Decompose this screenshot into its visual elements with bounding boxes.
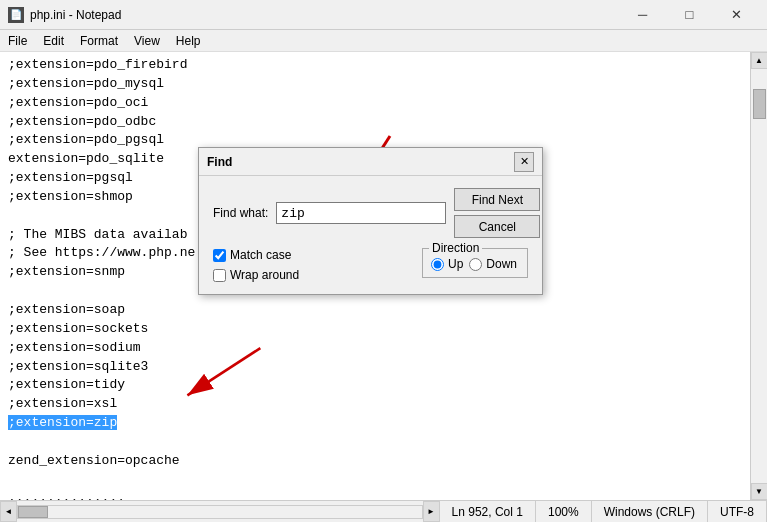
status-encoding: UTF-8	[708, 501, 767, 522]
scrollbar-h-thumb[interactable]	[18, 506, 48, 518]
vertical-scrollbar[interactable]: ▲ ▼	[750, 52, 767, 500]
direction-group: Direction Up Down	[422, 248, 528, 278]
wrap-around-label: Wrap around	[230, 268, 299, 282]
find-input[interactable]	[276, 202, 446, 224]
match-case-checkbox[interactable]	[213, 249, 226, 262]
scroll-right-arrow[interactable]: ►	[423, 501, 440, 522]
direction-up-row[interactable]: Up	[431, 257, 463, 271]
dialog-close-button[interactable]: ✕	[514, 152, 534, 172]
menu-bar: File Edit Format View Help	[0, 30, 767, 52]
scrollbar-track[interactable]	[17, 505, 423, 519]
direction-down-radio[interactable]	[469, 258, 482, 271]
direction-up-label: Up	[448, 257, 463, 271]
maximize-button[interactable]: □	[667, 0, 712, 30]
match-case-label: Match case	[230, 248, 291, 262]
menu-file[interactable]: File	[0, 30, 35, 51]
find-dialog: Find ✕ Find what: Find Next Cancel	[198, 147, 543, 295]
status-zoom: 100%	[536, 501, 592, 522]
menu-edit[interactable]: Edit	[35, 30, 72, 51]
title-bar: 📄 php.ini - Notepad ─ □ ✕	[0, 0, 767, 30]
dialog-title-bar: Find ✕	[199, 148, 542, 176]
status-line-ending: Windows (CRLF)	[592, 501, 708, 522]
find-next-button[interactable]: Find Next	[454, 188, 540, 211]
menu-view[interactable]: View	[126, 30, 168, 51]
wrap-around-checkbox[interactable]	[213, 269, 226, 282]
status-position: Ln 952, Col 1	[440, 501, 536, 522]
close-button[interactable]: ✕	[714, 0, 759, 30]
wrap-around-row[interactable]: Wrap around	[213, 268, 299, 282]
dialog-title: Find	[207, 155, 514, 169]
horizontal-scrollbar[interactable]: ◄ ►	[0, 501, 440, 522]
direction-legend: Direction	[429, 241, 482, 255]
scroll-down-arrow[interactable]: ▼	[751, 483, 768, 500]
scroll-up-arrow[interactable]: ▲	[751, 52, 768, 69]
title-bar-icon: 📄	[8, 7, 24, 23]
title-bar-text: php.ini - Notepad	[30, 8, 620, 22]
scroll-left-arrow[interactable]: ◄	[0, 501, 17, 522]
find-what-label: Find what:	[213, 206, 268, 220]
status-bar: ◄ ► Ln 952, Col 1 100% Windows (CRLF) UT…	[0, 500, 767, 522]
match-case-row[interactable]: Match case	[213, 248, 299, 262]
minimize-button[interactable]: ─	[620, 0, 665, 30]
direction-down-row[interactable]: Down	[469, 257, 517, 271]
menu-help[interactable]: Help	[168, 30, 209, 51]
cancel-button[interactable]: Cancel	[454, 215, 540, 238]
scroll-thumb[interactable]	[753, 89, 766, 119]
direction-up-radio[interactable]	[431, 258, 444, 271]
menu-format[interactable]: Format	[72, 30, 126, 51]
direction-down-label: Down	[486, 257, 517, 271]
